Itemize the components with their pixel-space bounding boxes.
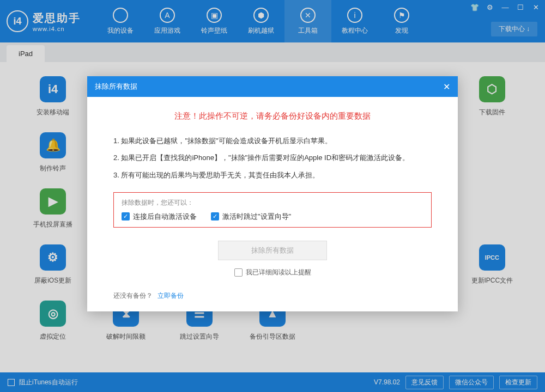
- backup-link[interactable]: 立即备份: [158, 292, 184, 299]
- note-3: 3. 所有可能出现的后果均与爱思助手无关，其责任由我本人承担。: [113, 168, 432, 182]
- options-box: 抹除数据时，您还可以： ✓ 连接后自动激活设备 ✓ 激活时跳过"设置向导": [113, 192, 432, 228]
- notes-list: 1. 如果此设备已越狱，"抹除数据"可能会造成设备开机后显示白苹果。 2. 如果…: [113, 133, 432, 182]
- confirm-checkbox[interactable]: [234, 268, 243, 277]
- checkbox-checked-icon: ✓: [211, 212, 219, 220]
- note-2: 2. 如果已开启【查找我的iPhone】，"抹除"操作后需要对应的Apple I…: [113, 150, 432, 165]
- option-auto-activate[interactable]: ✓ 连接后自动激活设备: [122, 212, 197, 222]
- options-title: 抹除数据时，您还可以：: [122, 198, 423, 207]
- erase-button[interactable]: 抹除所有数据: [218, 241, 327, 260]
- option-skip-setup[interactable]: ✓ 激活时跳过"设置向导": [211, 212, 291, 222]
- dialog-title: 抹除所有数据: [95, 82, 137, 91]
- modal-overlay: 抹除所有数据 ✕ 注意！此操作不可逆，请务必备份好设备内的重要数据 1. 如果此…: [0, 0, 545, 392]
- note-1: 1. 如果此设备已越狱，"抹除数据"可能会造成设备开机后显示白苹果。: [113, 133, 432, 148]
- dialog-close-icon[interactable]: ✕: [443, 82, 450, 92]
- warning-text: 注意！此操作不可逆，请务必备份好设备内的重要数据: [113, 111, 432, 121]
- confirm-label: 我已详细阅读以上提醒: [246, 268, 311, 277]
- backup-question: 还没有备份？: [113, 292, 153, 299]
- checkbox-checked-icon: ✓: [122, 212, 130, 220]
- erase-data-dialog: 抹除所有数据 ✕ 注意！此操作不可逆，请务必备份好设备内的重要数据 1. 如果此…: [87, 76, 458, 311]
